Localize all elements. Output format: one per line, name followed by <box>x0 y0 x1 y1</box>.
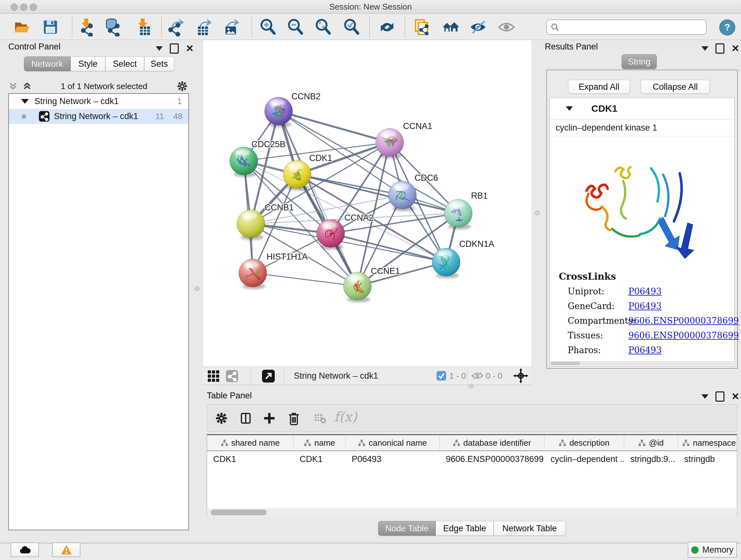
network-edge[interactable] <box>253 273 357 286</box>
network-node-CCNE1[interactable] <box>343 272 372 302</box>
column-header-namespace[interactable]: namespace <box>678 435 737 450</box>
column-header-database-identifier[interactable]: database identifier <box>440 435 544 450</box>
network-graph[interactable]: CCNB2CCNA1CDC25BCDK1CDC6RB1CCNB1CCNA2CDK… <box>203 40 532 367</box>
crosslink-link[interactable]: P06493 <box>628 345 662 355</box>
results-tab-string[interactable]: String <box>622 54 657 69</box>
open-session-icon[interactable] <box>13 18 31 37</box>
refresh-view-icon[interactable] <box>378 18 396 37</box>
expand-all-button[interactable]: Expand All <box>568 80 630 94</box>
table-cell[interactable]: stringdb:9... <box>624 451 678 467</box>
help-button[interactable]: ? <box>719 19 735 36</box>
warnings-button[interactable] <box>52 543 80 557</box>
crosslink-link[interactable]: P06493 <box>628 287 662 296</box>
import-table-file-icon[interactable] <box>133 18 152 37</box>
hide-selected-icon[interactable] <box>469 18 487 37</box>
fit-content-crosshair-icon[interactable] <box>513 368 529 383</box>
table-hscrollbar[interactable] <box>207 508 737 516</box>
grid-view-icon[interactable] <box>207 370 219 382</box>
column-header-name[interactable]: name <box>293 435 346 450</box>
export-network-icon[interactable] <box>166 18 185 37</box>
network-node-CCNA1[interactable] <box>376 128 404 159</box>
collection-expander-icon[interactable] <box>21 99 29 104</box>
tab-style[interactable]: Style <box>71 57 105 71</box>
network-node-CDKN1A[interactable] <box>432 248 460 278</box>
node-table[interactable]: shared namenamecanonical namedatabase id… <box>207 434 737 516</box>
show-columns-icon[interactable] <box>239 412 253 425</box>
network-node-CDC25B[interactable] <box>230 147 258 177</box>
table-cell[interactable]: CDK1 <box>207 451 293 467</box>
scrollbar-thumb[interactable] <box>211 509 267 515</box>
crosslink-link[interactable]: P06493 <box>628 301 662 311</box>
birdseye-view-icon[interactable] <box>262 370 275 382</box>
memory-button[interactable]: Memory <box>688 542 737 558</box>
left-splitter-grip[interactable] <box>195 287 199 291</box>
tab-node-table[interactable]: Node Table <box>378 521 435 536</box>
network-node-CDC6[interactable] <box>388 181 416 211</box>
network-node-HIST1H1A[interactable] <box>239 259 267 289</box>
collapse-all-networks-icon[interactable] <box>8 81 18 91</box>
network-node-RB1[interactable] <box>444 199 472 230</box>
float-panel-icon[interactable] <box>170 44 179 54</box>
collapse-panel-icon[interactable] <box>156 46 163 51</box>
network-collection-row[interactable]: String Network – cdk1 1 <box>9 94 188 109</box>
table-options-gear-icon[interactable] <box>215 412 228 425</box>
collapse-panel-icon[interactable] <box>701 394 709 399</box>
close-panel-icon[interactable]: ✕ <box>731 44 739 53</box>
network-row[interactable]: String Network – cdk1 11 48 <box>9 109 188 124</box>
cloud-services-button[interactable] <box>10 543 39 557</box>
column-header-shared-name[interactable]: shared name <box>207 435 293 450</box>
network-options-gear-icon[interactable] <box>176 80 188 92</box>
network-edge[interactable] <box>279 111 390 142</box>
collapse-panel-icon[interactable] <box>701 46 709 51</box>
float-panel-icon[interactable] <box>716 44 724 54</box>
close-panel-icon[interactable]: ✕ <box>731 392 739 401</box>
table-cell[interactable]: cyclin–dependent ... <box>544 451 624 467</box>
results-hscrollbar[interactable] <box>550 361 734 366</box>
tab-network[interactable]: Network <box>24 57 71 71</box>
expand-all-networks-icon[interactable] <box>22 81 32 91</box>
export-image-icon[interactable] <box>221 18 240 37</box>
save-session-icon[interactable] <box>41 18 60 37</box>
zoom-in-icon[interactable] <box>259 18 277 37</box>
create-column-icon[interactable] <box>263 412 276 425</box>
network-share-view-icon[interactable] <box>226 370 238 382</box>
collapse-all-button[interactable]: Collapse All <box>641 80 710 94</box>
delete-column-icon[interactable] <box>287 411 301 426</box>
search-input[interactable] <box>562 22 706 33</box>
right-splitter-grip[interactable] <box>535 210 540 215</box>
column-header-canonical-name[interactable]: canonical name <box>346 435 440 450</box>
network-canvas[interactable]: CCNB2CCNA1CDC25BCDK1CDC6RB1CCNB1CCNA2CDK… <box>203 40 532 367</box>
tab-sets[interactable]: Sets <box>144 57 174 71</box>
float-panel-icon[interactable] <box>716 391 724 401</box>
crosslink-link[interactable]: 9606.ENSP00000378699 <box>628 330 739 340</box>
protein-card-header[interactable]: CDK1 <box>550 98 734 119</box>
table-cell[interactable]: stringdb <box>678 451 737 467</box>
table-row[interactable]: CDK1CDK1P064939606.ENSP00000378699cyclin… <box>207 451 737 467</box>
search-box[interactable] <box>546 19 706 35</box>
import-network-database-icon[interactable] <box>103 18 122 37</box>
tab-select[interactable]: Select <box>105 57 144 71</box>
bottom-splitter-grip[interactable] <box>469 384 474 388</box>
network-edge[interactable] <box>331 233 446 262</box>
network-node-CCNB1[interactable] <box>237 210 265 240</box>
table-cell[interactable]: 9606.ENSP00000378699 <box>440 451 544 467</box>
column-header-@id[interactable]: @id <box>624 435 678 450</box>
tab-network-table[interactable]: Network Table <box>494 521 565 536</box>
import-network-file-icon[interactable] <box>77 18 95 37</box>
column-header-description[interactable]: description <box>544 435 624 450</box>
zoom-fit-icon[interactable] <box>314 18 333 37</box>
protein-expander-icon[interactable] <box>566 106 573 111</box>
close-panel-icon[interactable]: ✕ <box>186 44 194 53</box>
tab-edge-table[interactable]: Edge Table <box>435 521 494 536</box>
selected-nodes-checkbox-icon[interactable] <box>436 371 446 381</box>
table-cell[interactable]: CDK1 <box>293 451 346 467</box>
zoom-out-icon[interactable] <box>286 18 305 37</box>
zoom-selected-icon[interactable] <box>342 18 361 37</box>
network-node-CCNB2[interactable] <box>265 97 293 127</box>
export-table-icon[interactable] <box>194 18 212 37</box>
show-all-icon[interactable] <box>497 18 516 37</box>
duplicate-network-icon[interactable] <box>413 18 431 37</box>
crosslink-link[interactable]: 9606.ENSP00000378699 <box>628 316 739 326</box>
table-cell[interactable]: P06493 <box>346 451 440 467</box>
first-neighbors-icon[interactable] <box>441 18 460 37</box>
